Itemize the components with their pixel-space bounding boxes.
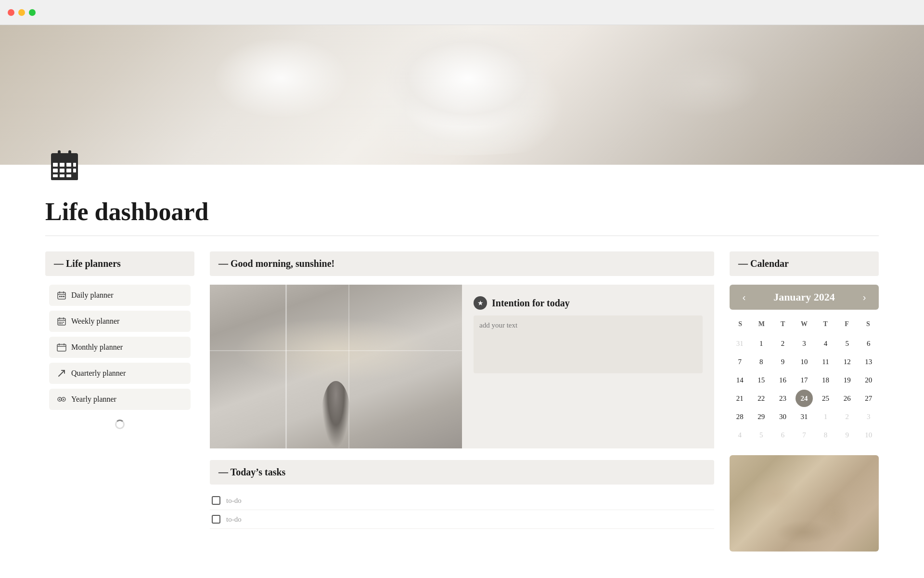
cal-day-7[interactable]: 7 bbox=[731, 353, 748, 370]
cal-day-28[interactable]: 28 bbox=[731, 408, 748, 425]
cal-day-12[interactable]: 12 bbox=[838, 353, 856, 370]
cal-day-21[interactable]: 21 bbox=[731, 390, 748, 407]
cal-day-7[interactable]: 7 bbox=[796, 426, 813, 444]
calendar-nav: ‹ January 2024 › bbox=[730, 285, 879, 310]
cal-day-9[interactable]: 9 bbox=[774, 353, 791, 370]
life-planners-label: — Life planners bbox=[54, 258, 121, 269]
cal-day-15[interactable]: 15 bbox=[753, 371, 770, 389]
spinner bbox=[115, 420, 125, 429]
task-checkbox-1[interactable] bbox=[212, 496, 220, 505]
calendar-widget: ‹ January 2024 › S M T W T F S 311 bbox=[730, 285, 879, 444]
cal-day-24[interactable]: 24 bbox=[796, 390, 813, 407]
weekly-planner-icon bbox=[57, 316, 66, 326]
cal-day-10[interactable]: 10 bbox=[860, 426, 877, 444]
task-text-1: to-do bbox=[226, 497, 242, 505]
cal-day-10[interactable]: 10 bbox=[796, 353, 813, 370]
cal-day-19[interactable]: 19 bbox=[838, 371, 856, 389]
main-content: Life dashboard — Life planners bbox=[0, 184, 924, 578]
daily-planner-label: Daily planner bbox=[71, 291, 114, 300]
calendar-month-title: January 2024 bbox=[773, 291, 835, 303]
svg-rect-4 bbox=[60, 163, 64, 167]
divider bbox=[45, 236, 879, 236]
cal-day-17[interactable]: 17 bbox=[796, 371, 813, 389]
cal-day-31[interactable]: 31 bbox=[796, 408, 813, 425]
svg-rect-31 bbox=[59, 323, 60, 324]
svg-rect-30 bbox=[63, 322, 64, 323]
svg-point-41 bbox=[59, 399, 61, 400]
daily-planner-button[interactable]: Daily planner bbox=[49, 285, 191, 306]
cal-day-3[interactable]: 3 bbox=[860, 408, 877, 425]
tasks-section: — Today’s tasks to-do to-do bbox=[210, 460, 714, 529]
maximize-button[interactable] bbox=[29, 9, 36, 16]
cal-day-30[interactable]: 30 bbox=[774, 408, 791, 425]
cal-day-16[interactable]: 16 bbox=[774, 371, 791, 389]
cal-day-2[interactable]: 2 bbox=[774, 335, 791, 352]
middle-column: — Good morning, sunshine! ★ bbox=[210, 251, 714, 529]
cal-day-8[interactable]: 8 bbox=[817, 426, 834, 444]
cal-day-5[interactable]: 5 bbox=[753, 426, 770, 444]
cal-day-29[interactable]: 29 bbox=[753, 408, 770, 425]
svg-rect-27 bbox=[59, 322, 60, 323]
left-column: — Life planners Daily planner bbox=[45, 251, 194, 439]
cal-day-1[interactable]: 1 bbox=[753, 335, 770, 352]
calendar-icon-large bbox=[49, 149, 80, 180]
cal-day-5[interactable]: 5 bbox=[838, 335, 856, 352]
cal-day-23[interactable]: 23 bbox=[774, 390, 791, 407]
monthly-planner-label: Monthly planner bbox=[71, 343, 123, 352]
cal-day-22[interactable]: 22 bbox=[753, 390, 770, 407]
cal-day-6[interactable]: 6 bbox=[774, 426, 791, 444]
columns-layout: — Life planners Daily planner bbox=[45, 251, 879, 552]
intention-title: Intention for today bbox=[492, 298, 570, 309]
cal-day-4[interactable]: 4 bbox=[817, 335, 834, 352]
cal-day-9[interactable]: 9 bbox=[838, 426, 856, 444]
quarterly-planner-label: Quarterly planner bbox=[71, 369, 126, 378]
weekday-mon: M bbox=[751, 317, 772, 331]
cal-days: 3112345678910111213141516171819202122232… bbox=[730, 335, 879, 444]
svg-rect-13 bbox=[66, 174, 71, 177]
cal-day-8[interactable]: 8 bbox=[753, 353, 770, 370]
hero-banner bbox=[0, 25, 924, 165]
cal-day-11[interactable]: 11 bbox=[817, 353, 834, 370]
cal-day-4[interactable]: 4 bbox=[731, 426, 748, 444]
cal-day-27[interactable]: 27 bbox=[860, 390, 877, 407]
weekly-planner-button[interactable]: Weekly planner bbox=[49, 311, 191, 332]
svg-rect-7 bbox=[53, 169, 58, 172]
cal-day-6[interactable]: 6 bbox=[860, 335, 877, 352]
planners-list: Daily planner bbox=[45, 285, 194, 410]
calendar-label: — Calendar bbox=[738, 258, 789, 269]
cal-day-3[interactable]: 3 bbox=[796, 335, 813, 352]
cal-day-25[interactable]: 25 bbox=[817, 390, 834, 407]
yearly-planner-label: Yearly planner bbox=[71, 395, 116, 404]
cal-day-18[interactable]: 18 bbox=[817, 371, 834, 389]
minimize-button[interactable] bbox=[18, 9, 25, 16]
close-button[interactable] bbox=[8, 9, 14, 16]
cal-day-26[interactable]: 26 bbox=[838, 390, 856, 407]
cal-day-13[interactable]: 13 bbox=[860, 353, 877, 370]
yearly-planner-button[interactable]: Yearly planner bbox=[49, 389, 191, 410]
page-title: Life dashboard bbox=[45, 197, 879, 226]
intention-textarea[interactable] bbox=[474, 315, 703, 373]
monthly-planner-icon bbox=[57, 342, 66, 352]
next-month-button[interactable]: › bbox=[858, 290, 871, 304]
prev-month-button[interactable]: ‹ bbox=[737, 290, 751, 304]
svg-line-38 bbox=[59, 370, 64, 376]
cal-day-1[interactable]: 1 bbox=[817, 408, 834, 425]
weekly-planner-label: Weekly planner bbox=[71, 317, 119, 326]
quarterly-planner-icon bbox=[57, 368, 66, 378]
cal-day-14[interactable]: 14 bbox=[731, 371, 748, 389]
tasks-label: — Today’s tasks bbox=[218, 467, 285, 477]
intention-box: ★ Intention for today bbox=[462, 285, 714, 448]
cal-day-20[interactable]: 20 bbox=[860, 371, 877, 389]
quarterly-planner-button[interactable]: Quarterly planner bbox=[49, 363, 191, 384]
monthly-planner-button[interactable]: Monthly planner bbox=[49, 337, 191, 358]
cal-day-31[interactable]: 31 bbox=[731, 335, 748, 352]
weekday-sat: S bbox=[858, 317, 879, 331]
weekday-thu: T bbox=[815, 317, 836, 331]
task-checkbox-2[interactable] bbox=[212, 515, 220, 524]
calendar-header: — Calendar bbox=[730, 251, 879, 276]
morning-photo bbox=[210, 285, 462, 448]
cal-day-2[interactable]: 2 bbox=[838, 408, 856, 425]
task-text-2: to-do bbox=[226, 515, 242, 524]
svg-rect-34 bbox=[57, 344, 66, 351]
titlebar bbox=[0, 0, 924, 25]
